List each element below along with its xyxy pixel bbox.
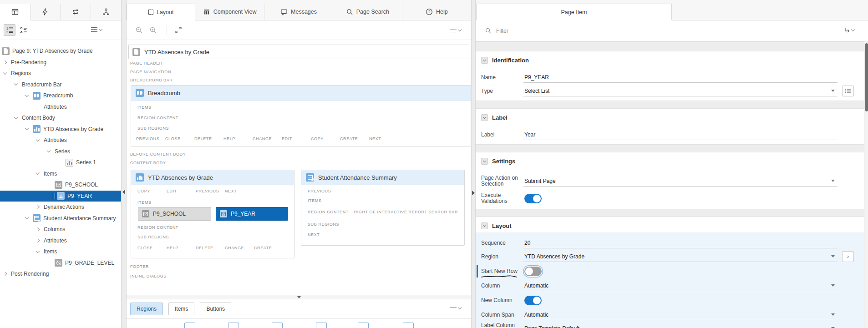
- execute-validations-toggle[interactable]: [524, 194, 542, 203]
- item-p9-year-selected[interactable]: P9_YEAR: [216, 207, 288, 221]
- action-previous[interactable]: PREVIOUS: [308, 189, 464, 193]
- tree-node-items[interactable]: Items: [0, 168, 121, 180]
- column-select[interactable]: Automatic: [523, 280, 838, 291]
- tree-node-series-1[interactable]: Series 1: [0, 157, 121, 168]
- slot-page-navigation[interactable]: PAGE NAVIGATION: [130, 70, 171, 74]
- action-create[interactable]: CREATE: [254, 246, 283, 250]
- gallery-tab-regions[interactable]: Regions: [130, 303, 163, 315]
- template-icon[interactable]: [184, 323, 195, 328]
- zone-region-content[interactable]: REGION CONTENT: [137, 116, 464, 121]
- label-input[interactable]: Year: [523, 131, 535, 138]
- collapse-icon[interactable]: [481, 57, 488, 64]
- action-help[interactable]: HELP: [223, 136, 253, 141]
- tab-dynamic-actions[interactable]: [30, 4, 61, 20]
- tab-rendering[interactable]: [0, 4, 30, 20]
- tab-help[interactable]: ? Help: [402, 4, 471, 20]
- expand-icon[interactable]: [173, 24, 184, 36]
- slot-footer[interactable]: FOOTER: [130, 264, 149, 269]
- action-help[interactable]: HELP: [167, 246, 196, 250]
- filter-input[interactable]: [496, 28, 851, 34]
- type-list-button[interactable]: [842, 86, 854, 96]
- type-select[interactable]: Select List: [523, 86, 838, 96]
- report-region-header[interactable]: Student Attendance Summary: [301, 170, 464, 185]
- drag-handle-icon[interactable]: [53, 193, 55, 199]
- gallery-splitter[interactable]: [127, 295, 471, 299]
- chart-region[interactable]: YTD Absences by Grade COPY EDIT PREVIOUS…: [131, 170, 294, 258]
- breadcrumb-region-header[interactable]: Breadcrumb: [131, 86, 471, 101]
- action-create[interactable]: CREATE: [340, 136, 369, 141]
- tree-node-breadcrumb-bar[interactable]: Breadcrumb Bar: [0, 79, 121, 91]
- tab-processing[interactable]: [61, 4, 91, 20]
- tab-layout[interactable]: Layout: [127, 4, 195, 20]
- region-select[interactable]: YTD Absences by Grade: [523, 251, 838, 262]
- gallery-tab-buttons[interactable]: Buttons: [200, 303, 231, 315]
- tree-node-regions[interactable]: Regions: [0, 68, 121, 79]
- template-icon[interactable]: [228, 323, 239, 328]
- tree-node-attributes[interactable]: Attributes: [0, 135, 121, 146]
- tab-page-item[interactable]: Page Item: [476, 4, 672, 20]
- action-next[interactable]: NEXT: [369, 136, 398, 141]
- tree-node-series[interactable]: Series: [0, 146, 121, 157]
- action-delete[interactable]: DELETE: [196, 246, 225, 250]
- zoom-in-icon[interactable]: [147, 24, 159, 36]
- action-next[interactable]: NEXT: [225, 189, 254, 193]
- collapse-left-icon[interactable]: [122, 190, 125, 194]
- slot-inline-dialogs[interactable]: INLINE DIALOGS: [130, 274, 167, 278]
- zone-items[interactable]: ITEMS: [308, 198, 464, 203]
- tree-node-breadcrumb[interactable]: Breadcrumb: [0, 90, 121, 101]
- collapse-icon[interactable]: [481, 158, 488, 165]
- order-list-button[interactable]: 1 2: [4, 24, 15, 36]
- tree-node-report-region[interactable]: Student Attendance Summary: [0, 213, 121, 224]
- zone-region-content[interactable]: REGION CONTENT: [308, 210, 349, 214]
- action-delete[interactable]: DELETE: [194, 136, 223, 141]
- slot-content-body[interactable]: CONTENT BODY: [130, 161, 166, 165]
- tree-node-p9-grade-level[interactable]: P9_GRADE_LEVEL: [0, 257, 121, 269]
- tree-node-items[interactable]: Items: [0, 246, 121, 257]
- zone-region-content[interactable]: REGION CONTENT: [137, 225, 294, 230]
- gallery-menu-button[interactable]: [450, 306, 461, 310]
- template-icon[interactable]: [358, 323, 369, 328]
- template-icon[interactable]: [272, 323, 283, 328]
- gallery-tab-items[interactable]: Items: [168, 303, 194, 315]
- action-change[interactable]: CHANGE: [225, 246, 254, 250]
- scrollbar[interactable]: [864, 41, 868, 328]
- template-icon[interactable]: [316, 323, 327, 328]
- zone-items[interactable]: ITEMS: [137, 200, 152, 205]
- item-p9-school[interactable]: P9_SCHOOL: [138, 207, 211, 221]
- breadcrumb-region[interactable]: Breadcrumb ITEMS REGION CONTENT SUB REGI…: [131, 85, 471, 146]
- action-close[interactable]: CLOSE: [137, 246, 167, 250]
- template-icon[interactable]: [403, 323, 414, 328]
- tree-node-page[interactable]: Page 9: YTD Absences by Grade: [0, 45, 121, 57]
- left-splitter[interactable]: [121, 0, 127, 328]
- scrollbar-thumb[interactable]: [865, 43, 868, 111]
- column-span-select[interactable]: Automatic: [523, 309, 838, 320]
- sequence-input[interactable]: 20: [523, 240, 530, 246]
- action-previous[interactable]: PREVIOUS: [196, 189, 225, 193]
- collapse-icon[interactable]: [481, 114, 488, 121]
- tree-node-p9-year[interactable]: P9_YEAR: [0, 191, 121, 202]
- new-column-toggle[interactable]: [524, 296, 542, 305]
- tree-menu-button[interactable]: [91, 27, 102, 32]
- action-copy[interactable]: COPY: [311, 136, 340, 141]
- page-action-select[interactable]: Submit Page: [523, 176, 838, 187]
- goto-group-button[interactable]: [844, 27, 854, 33]
- action-previous[interactable]: PREVIOUS: [136, 136, 165, 141]
- layout-menu-button[interactable]: [450, 28, 461, 32]
- tree-node-dynamic-actions[interactable]: Dynamic Actions: [0, 202, 121, 213]
- tree-node-content-body[interactable]: Content Body: [0, 112, 121, 124]
- action-next[interactable]: NEXT: [308, 232, 464, 237]
- label-column-span-select[interactable]: Page Template Default: [523, 323, 838, 328]
- tab-shared-components[interactable]: [91, 4, 122, 20]
- action-change[interactable]: CHANGE: [253, 136, 282, 141]
- tree-node-columns[interactable]: Columns: [0, 224, 121, 235]
- zone-sub-regions[interactable]: SUB REGIONS: [137, 235, 294, 239]
- report-region[interactable]: Student Attendance Summary PREVIOUS ITEM…: [301, 170, 465, 246]
- page-title-box[interactable]: YTD Absences by Grade: [128, 45, 469, 59]
- tab-component-view[interactable]: Component View: [195, 4, 264, 20]
- tree-node-attributes[interactable]: Attributes: [0, 235, 121, 247]
- collapse-right-icon[interactable]: [472, 191, 475, 195]
- right-splitter[interactable]: [471, 0, 476, 328]
- grouping-list-button[interactable]: [18, 24, 30, 36]
- tab-messages[interactable]: Messages: [264, 4, 333, 20]
- start-new-row-toggle[interactable]: [524, 267, 542, 276]
